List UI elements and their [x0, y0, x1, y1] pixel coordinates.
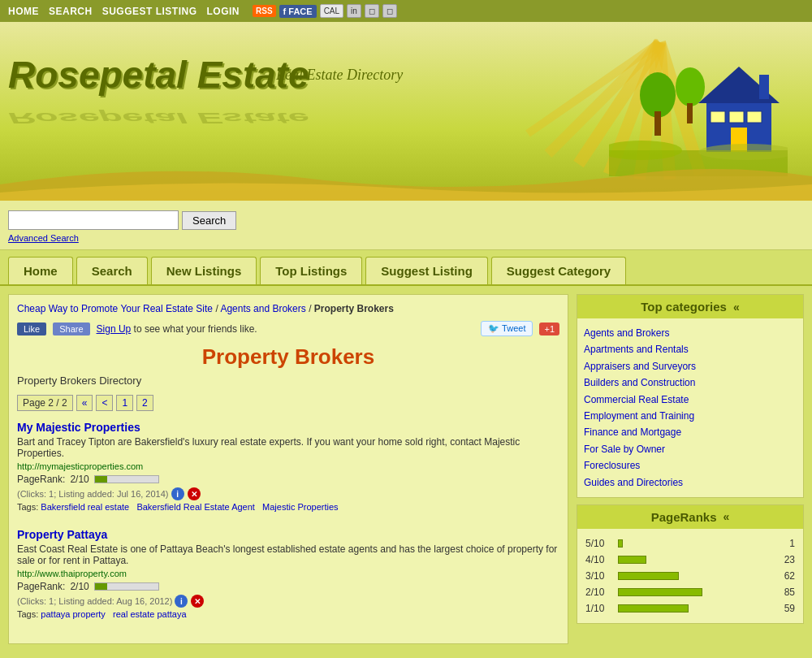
listing-url: http://mymajesticproperties.com: [17, 461, 559, 471]
delete-icon[interactable]: ✕: [188, 487, 201, 500]
rss-icon[interactable]: RSS: [253, 5, 276, 17]
tag-link[interactable]: Majestic Properties: [262, 502, 339, 512]
pagination: Page 2 / 2 « < 1 2: [17, 395, 559, 411]
pr-label-1: 1/10: [584, 600, 616, 617]
pagerank-label: PageRank:: [17, 474, 65, 485]
pagerank-bar: [95, 476, 108, 483]
nav-login[interactable]: LOGIN: [207, 6, 240, 17]
search-button[interactable]: Search: [182, 211, 236, 230]
collapse-icon[interactable]: «: [733, 301, 740, 314]
pagerank-value: 2/10: [70, 474, 89, 485]
listing-title: My Majestic Properties: [17, 421, 559, 434]
tab-home[interactable]: Home: [8, 257, 73, 284]
pr-row-5: 5/10 1: [584, 535, 797, 552]
page-1[interactable]: 1: [116, 395, 133, 411]
svg-rect-15: [710, 111, 725, 123]
pr-row-3: 3/10 62: [584, 568, 797, 584]
page-2[interactable]: 2: [136, 395, 153, 411]
extra-icon-2[interactable]: ◻: [382, 4, 397, 18]
nav-search[interactable]: SEARCH: [49, 6, 93, 17]
listing-link[interactable]: Property Pattaya: [17, 528, 107, 541]
sidebar: Top categories « Agents and Brokers Apar…: [577, 294, 804, 644]
logo-text: Rosepetal Estate: [8, 54, 309, 96]
pr-count-2: 85: [714, 584, 797, 600]
category-agents[interactable]: Agents and Brokers: [584, 325, 797, 341]
pagerank-row: PageRank: 2/10: [17, 474, 559, 485]
category-apartments[interactable]: Apartments and Rentals: [584, 341, 797, 357]
top-navigation: HOME SEARCH SUGGEST LISTING LOGIN RSS f …: [0, 0, 812, 22]
svg-point-7: [640, 72, 676, 118]
signup-link[interactable]: Sign Up: [97, 323, 132, 335]
tab-search[interactable]: Search: [76, 257, 148, 284]
tag-link[interactable]: Bakersfield real estate: [41, 502, 129, 512]
header-banner: Rosepetal Estate Rosepetal Estate Real E…: [0, 22, 812, 201]
listing-tags: Tags: Bakersfield real estate Bakersfiel…: [17, 502, 559, 512]
svg-rect-13: [759, 75, 769, 99]
category-guides[interactable]: Guides and Directories: [584, 474, 797, 491]
advanced-search-link[interactable]: Advanced Search: [8, 233, 804, 243]
collapse-pageranks-icon[interactable]: «: [723, 510, 730, 523]
pr-count-5: 1: [714, 535, 797, 552]
category-commercial[interactable]: Commercial Real Estate: [584, 392, 797, 408]
nav-home[interactable]: HOME: [8, 6, 39, 17]
logo-reflection: Rosepetal Estate: [8, 110, 309, 124]
tab-top-listings[interactable]: Top Listings: [260, 257, 362, 284]
linkedin-icon[interactable]: in: [347, 4, 361, 18]
delete-icon[interactable]: ✕: [191, 595, 204, 608]
category-appraisers[interactable]: Appraisers and Surveyors: [584, 358, 797, 374]
pr-bar-3: [616, 568, 714, 584]
pr-count-4: 23: [714, 552, 797, 568]
search-input[interactable]: [8, 210, 179, 230]
info-icon[interactable]: i: [175, 595, 188, 608]
category-foreclosures[interactable]: Foreclosures: [584, 457, 797, 474]
pagerank-bar-container: [94, 475, 159, 483]
pr-row-1: 1/10 59: [584, 600, 797, 617]
pr-label-2: 2/10: [584, 584, 616, 600]
listing-title: Property Pattaya: [17, 528, 559, 541]
listing-link[interactable]: My Majestic Properties: [17, 421, 140, 434]
logo-area: Rosepetal Estate Rosepetal Estate: [8, 54, 309, 133]
top-categories-box: Top categories « Agents and Brokers Apar…: [577, 294, 804, 498]
facebook-icon[interactable]: f FACE: [279, 5, 317, 18]
extra-icon-1[interactable]: ◻: [365, 4, 379, 18]
page-title: Property Brokers: [17, 344, 559, 370]
pageranks-box: PageRanks « 5/10 1 4/10 23: [577, 504, 804, 624]
category-forsale[interactable]: For Sale by Owner: [584, 441, 797, 457]
signup-suffix: to see what your friends like.: [134, 323, 257, 335]
info-icon[interactable]: i: [171, 487, 184, 500]
calendar-icon[interactable]: CAL: [320, 4, 343, 18]
pr-count-1: 59: [714, 600, 797, 617]
svg-point-9: [676, 67, 705, 106]
top-categories-title: Top categories «: [577, 295, 803, 318]
breadcrumb-current: Property Brokers: [314, 303, 394, 314]
facebook-like-button[interactable]: Like: [17, 323, 46, 335]
pageranks-table: 5/10 1 4/10 23 3/10: [584, 535, 797, 617]
category-finance[interactable]: Finance and Mortgage: [584, 424, 797, 440]
page-first[interactable]: «: [76, 395, 93, 411]
tagline: Real Estate Directory: [276, 67, 403, 84]
page-prev[interactable]: <: [96, 395, 113, 411]
tab-suggest-listing[interactable]: Suggest Listing: [365, 257, 488, 284]
tag-link[interactable]: Bakersfield Real Estate Agent: [136, 502, 255, 512]
pr-bar-2: [616, 584, 714, 600]
pr-label-3: 3/10: [584, 568, 616, 584]
tag-link[interactable]: pattaya property: [41, 609, 106, 619]
facebook-share-button[interactable]: Share: [53, 323, 89, 335]
social-bar: Like Share Sign Up to see what your frie…: [17, 321, 559, 336]
tweet-button[interactable]: 🐦 Tweet: [481, 321, 533, 336]
breadcrumb-agents[interactable]: Agents and Brokers: [220, 303, 305, 314]
pr-label-4: 4/10: [584, 552, 616, 568]
breadcrumb-home[interactable]: Cheap Way to Promote Your Real Estate Si…: [17, 303, 213, 314]
tab-suggest-category[interactable]: Suggest Category: [491, 257, 626, 284]
main-content: Cheap Way to Promote Your Real Estate Si…: [8, 294, 568, 644]
tag-link[interactable]: real estate pattaya: [113, 609, 187, 619]
breadcrumb-sep2: /: [309, 303, 314, 314]
listing-url: http://www.thaiproperty.com: [17, 569, 559, 578]
category-employment[interactable]: Employment and Training: [584, 408, 797, 424]
category-builders[interactable]: Builders and Construction: [584, 374, 797, 391]
listing-icons: i ✕: [175, 595, 204, 608]
nav-suggest-listing[interactable]: SUGGEST LISTING: [102, 6, 197, 17]
tab-new-listings[interactable]: New Listings: [151, 257, 257, 284]
gplus-button[interactable]: +1: [539, 323, 559, 335]
content-wrapper: Cheap Way to Promote Your Real Estate Si…: [0, 286, 812, 652]
